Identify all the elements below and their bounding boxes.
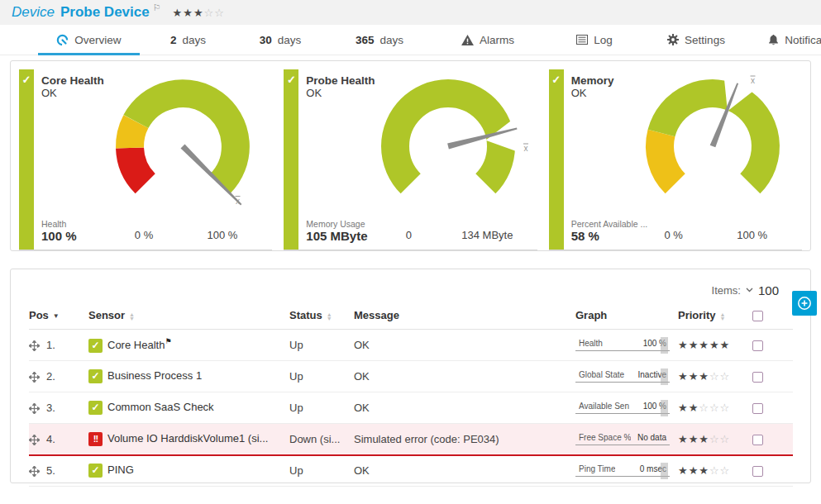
status-stripe: ✓ bbox=[549, 69, 564, 250]
column-header-priority[interactable]: Priority▲▼ bbox=[678, 304, 752, 330]
column-header-select bbox=[752, 304, 793, 330]
table-row[interactable]: 4. !!Volume IO HarddiskVolume1 (si...⚑ D… bbox=[29, 424, 793, 455]
row-checkbox[interactable] bbox=[752, 340, 763, 351]
checkbox-cell bbox=[752, 424, 793, 455]
table-row[interactable]: 2. ✓Business Process 1⚑ Up OK Global Sta… bbox=[29, 361, 793, 392]
mini-graph[interactable]: Global StateInactive bbox=[575, 370, 670, 383]
gauge-panel-memory[interactable]: ✓ Memory OK x Percent Available ... 58 %… bbox=[549, 69, 802, 250]
priority-stars[interactable]: ★★★☆☆ bbox=[678, 370, 730, 383]
sensor-link[interactable]: Common SaaS Check bbox=[107, 401, 214, 413]
tab-number: 30 bbox=[260, 34, 272, 46]
items-count[interactable]: 100 bbox=[758, 283, 779, 297]
position-number: 2. bbox=[46, 370, 55, 383]
tab-alarms[interactable]: Alarms bbox=[430, 25, 546, 55]
priority-stars[interactable]: ★★★☆☆ bbox=[678, 433, 730, 445]
gauge-max-label: 134 MByte bbox=[447, 229, 527, 241]
priority-cell: ★★★☆☆ bbox=[678, 455, 752, 487]
items-label: Items: bbox=[712, 284, 741, 297]
tab-30-days[interactable]: 30 days bbox=[232, 25, 329, 55]
tab-label: Overview bbox=[74, 34, 121, 46]
sensor-status-icon: ✓ bbox=[88, 464, 103, 478]
gauge-channel: Percent Available ... 58 % bbox=[571, 219, 652, 243]
drag-handle-icon[interactable] bbox=[29, 435, 40, 445]
tab-2-days[interactable]: 2 days bbox=[145, 25, 232, 55]
drag-handle-icon[interactable] bbox=[29, 340, 40, 351]
gauge-chart: x bbox=[95, 74, 270, 221]
flag-icon[interactable]: ⚐ bbox=[153, 2, 161, 13]
items-row: Items: 100 bbox=[29, 276, 792, 304]
page-title: Probe Device bbox=[60, 4, 150, 21]
column-header-message[interactable]: Message bbox=[354, 304, 575, 330]
mini-graph[interactable]: Available Sen100 % bbox=[575, 402, 670, 414]
device-header: Device Probe Device ⚐ ★★★☆☆ bbox=[0, 0, 821, 25]
tab-365-days[interactable]: 365 days bbox=[329, 25, 430, 55]
drag-handle-icon[interactable] bbox=[29, 466, 40, 477]
status-cell: Up bbox=[289, 455, 354, 487]
table-row[interactable]: 3. ✓Common SaaS Check⚑ Up OK Available S… bbox=[29, 392, 793, 424]
pos-cell: 4. bbox=[29, 424, 88, 455]
gauge-panel-core-health[interactable]: ✓ Core Health OK x Health 100 % 0 % 100 … bbox=[19, 69, 272, 250]
sensor-link[interactable]: Core Health bbox=[107, 339, 165, 351]
graph-channel-label: Ping Time bbox=[579, 464, 615, 473]
chevron-down-icon[interactable] bbox=[746, 288, 753, 292]
status-stripe: ✓ bbox=[19, 69, 34, 250]
drag-handle-icon[interactable] bbox=[29, 403, 40, 414]
status-cell: Up bbox=[289, 392, 354, 424]
channel-value: 105 MByte bbox=[306, 229, 387, 243]
sensor-link[interactable]: Business Process 1 bbox=[107, 369, 202, 382]
gauge-panel-probe-health[interactable]: ✓ Probe Health OK x Memory Usage 105 MBy… bbox=[284, 69, 537, 250]
column-header-status[interactable]: Status▲▼ bbox=[289, 304, 354, 330]
gauge-channel: Health 100 % bbox=[41, 219, 122, 243]
table-row[interactable]: 1. ✓Core Health⚑ Up OK Health100 % ★★★★★ bbox=[29, 330, 793, 361]
row-checkbox[interactable] bbox=[752, 403, 763, 414]
priority-stars[interactable]: ★★★☆☆ bbox=[678, 464, 730, 477]
graph-channel-label: Global State bbox=[579, 370, 624, 379]
graph-channel-label: Free Space % bbox=[579, 433, 631, 442]
gauge-min-label: 0 bbox=[379, 229, 437, 241]
tab-label: Log bbox=[594, 34, 613, 46]
add-sensor-button[interactable] bbox=[792, 291, 817, 316]
graph-bar bbox=[661, 463, 668, 479]
table-row[interactable]: 5. ✓PING⚑ Up OK Ping Time0 msec ★★★☆☆ bbox=[29, 455, 793, 487]
mini-graph[interactable]: Health100 % bbox=[575, 339, 670, 351]
tab-overview[interactable]: Overview bbox=[33, 25, 145, 55]
sensor-link[interactable]: Volume IO HarddiskVolume1 (si... bbox=[107, 432, 268, 445]
column-header-graph[interactable]: Graph bbox=[575, 304, 678, 330]
gauge-chart: x bbox=[625, 74, 800, 221]
priority-cell: ★★☆☆☆ bbox=[678, 392, 752, 424]
row-checkbox[interactable] bbox=[752, 466, 763, 477]
message-cell: OK bbox=[354, 330, 575, 361]
device-rating[interactable]: ★★★☆☆ bbox=[173, 7, 225, 19]
mini-graph[interactable]: Free Space %No data bbox=[575, 433, 670, 445]
column-header-sensor[interactable]: Sensor▲▼ bbox=[88, 304, 289, 330]
gauge-max-label: 100 % bbox=[183, 229, 262, 241]
graph-cell: Health100 % bbox=[575, 330, 678, 361]
sensor-flag-icon: ⚑ bbox=[165, 337, 171, 345]
position-number: 4. bbox=[46, 433, 55, 445]
column-header-pos[interactable]: Pos▼ bbox=[29, 304, 88, 330]
mini-graph[interactable]: Ping Time0 msec bbox=[575, 464, 670, 477]
tab-settings[interactable]: Settings bbox=[643, 25, 749, 55]
priority-stars[interactable]: ★★★★★ bbox=[678, 339, 730, 351]
sort-icon: ▲▼ bbox=[327, 312, 332, 321]
position-number: 1. bbox=[46, 339, 55, 351]
tab-label: Alarms bbox=[480, 34, 514, 46]
tab-log[interactable]: Log bbox=[546, 25, 643, 55]
checkbox-cell bbox=[752, 455, 793, 487]
tab-notifications[interactable]: Notifications bbox=[749, 25, 821, 55]
priority-cell: ★★★☆☆ bbox=[678, 424, 752, 455]
gauge-channel: Memory Usage 105 MByte bbox=[306, 219, 387, 243]
plus-circle-icon bbox=[797, 296, 812, 311]
message-cell: OK bbox=[354, 361, 575, 392]
row-checkbox[interactable] bbox=[752, 372, 763, 383]
pos-cell: 3. bbox=[29, 392, 88, 424]
bell-icon bbox=[768, 34, 779, 45]
svg-text:x: x bbox=[523, 144, 527, 153]
row-checkbox[interactable] bbox=[752, 435, 763, 445]
select-all-checkbox[interactable] bbox=[752, 311, 763, 321]
gauge-icon bbox=[56, 34, 69, 46]
drag-handle-icon[interactable] bbox=[29, 372, 40, 383]
status-stripe: ✓ bbox=[284, 69, 298, 250]
priority-stars[interactable]: ★★☆☆☆ bbox=[678, 402, 730, 414]
sensor-link[interactable]: PING bbox=[107, 464, 134, 476]
